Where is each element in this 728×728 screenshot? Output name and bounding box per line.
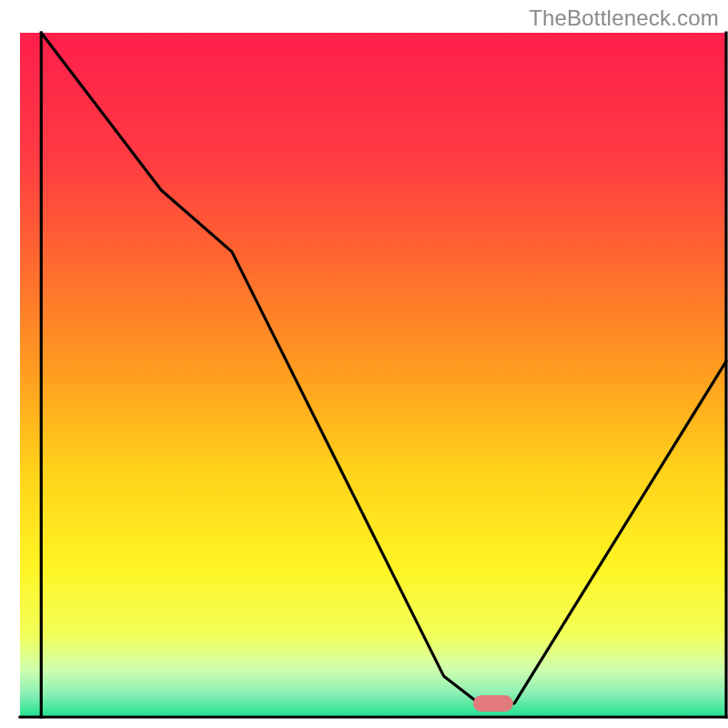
plot-background [20,33,726,717]
optimal-point-marker [473,695,513,712]
gradient-plot [0,0,728,728]
watermark-label: TheBottleneck.com [529,5,719,31]
chart-container: TheBottleneck.com [0,0,728,728]
